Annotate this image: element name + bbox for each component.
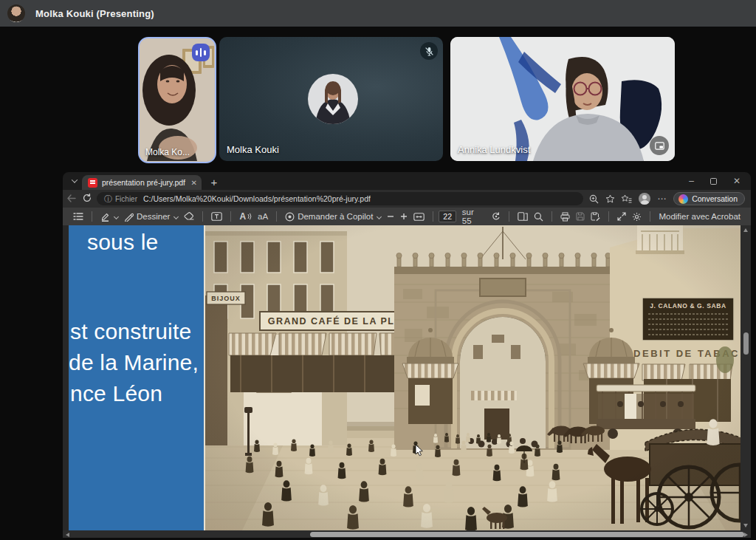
zoom-in-button[interactable] — [397, 213, 410, 220]
window-maximize-button[interactable] — [710, 178, 717, 185]
chevron-down-icon — [114, 213, 119, 219]
horizontal-scroll-thumb[interactable] — [310, 532, 744, 537]
zoom-icon[interactable] — [589, 194, 599, 204]
fullscreen-button[interactable] — [614, 212, 629, 221]
participant-name-label: Molka Ko... — [145, 147, 190, 157]
edit-with-acrobat-button[interactable]: Modifier avec Acrobat — [656, 212, 743, 221]
page-total-label: sur 55 — [462, 208, 484, 225]
toc-button[interactable] — [70, 212, 86, 221]
page-view-button[interactable] — [515, 212, 531, 221]
ask-copilot-button[interactable]: Demander à Copilot — [282, 212, 384, 222]
more-menu-button[interactable]: ⋯ — [657, 194, 667, 204]
webcam-video-annika — [450, 37, 675, 161]
meeting-stage: Molka Kouki (Presenting) Molka Ko... — [0, 0, 756, 540]
tab-bar: présentation pré-jury.pdf ✕ + – ✕ — [63, 172, 751, 190]
draw-button[interactable]: Dessiner — [121, 212, 181, 222]
copilot-label: Conversation — [692, 194, 738, 203]
vertical-scroll-thumb[interactable] — [743, 332, 749, 355]
save-as-button[interactable] — [588, 212, 603, 222]
active-tab[interactable]: présentation pré-jury.pdf ✕ — [82, 175, 202, 190]
vertical-scrollbar[interactable] — [740, 225, 751, 530]
horizontal-scrollbar[interactable] — [63, 530, 751, 538]
page-number-input[interactable]: 22 — [439, 211, 456, 222]
profile-avatar-button[interactable] — [639, 193, 650, 205]
chevron-down-icon — [173, 213, 179, 219]
copilot-conversation-button[interactable]: Conversation — [673, 192, 745, 205]
historical-photo: BIJOUX GRAND CAFÉ DE LA PLACE — [205, 225, 740, 530]
favorite-star-icon[interactable] — [605, 194, 615, 204]
new-tab-button[interactable]: + — [207, 176, 221, 188]
participant-avatar — [308, 74, 358, 124]
window-controls: – ✕ — [689, 172, 746, 190]
mic-muted-icon[interactable] — [420, 42, 438, 60]
edge-browser-window: présentation pré-jury.pdf ✕ + – ✕ ⓘ Fich… — [63, 172, 751, 538]
ask-copilot-label: Demander à Copilot — [298, 212, 373, 221]
tab-close-button[interactable]: ✕ — [191, 179, 197, 187]
translate-button[interactable]: aA — [255, 212, 271, 221]
video-tile-molka-avatar[interactable]: Molka Kouki — [219, 37, 443, 161]
participant-name-label: Annika Lundkvist — [458, 144, 530, 155]
read-aloud-button[interactable]: A — [236, 211, 255, 222]
mic-slash-glyph — [425, 47, 434, 56]
print-button[interactable] — [557, 212, 573, 222]
window-close-button[interactable]: ✕ — [733, 176, 740, 186]
meeting-title: Molka Kouki (Presenting) — [35, 8, 154, 19]
url-text: C:/Users/Molka%20Kouki/Downloads/présent… — [143, 194, 371, 203]
slide-text-line: nce Léon — [70, 381, 162, 406]
pip-glyph — [655, 142, 664, 150]
pdf-toolbar: Dessiner A aA Demander à Copilot — [63, 208, 751, 225]
pdf-viewer-canvas[interactable]: sous le st construite de la Marine, nce … — [63, 225, 751, 530]
refresh-button[interactable] — [79, 192, 95, 205]
address-bar-actions: ⋯ Conversation — [589, 192, 751, 205]
save-button[interactable] — [573, 212, 588, 221]
tab-search-button[interactable] — [67, 174, 82, 188]
slide-text-line: st construite — [70, 319, 191, 344]
url-field[interactable]: ⓘ Fichier C:/Users/Molka%20Kouki/Downloa… — [97, 192, 583, 205]
chevron-down-icon — [377, 213, 382, 219]
search-button[interactable] — [531, 212, 546, 222]
eraser-button[interactable] — [181, 212, 197, 221]
meeting-avatar — [7, 4, 25, 22]
slide-text-line: de la Marine, — [69, 350, 199, 375]
back-button[interactable] — [63, 192, 79, 205]
participant-name-label: Molka Kouki — [227, 144, 279, 155]
pdf-favicon — [88, 178, 97, 188]
slide-blue-panel: sous le st construite de la Marine, nce … — [69, 225, 204, 530]
slide-text-line: sous le — [87, 230, 158, 255]
add-text-button[interactable] — [208, 212, 225, 221]
zoom-out-button[interactable] — [384, 213, 397, 220]
scroll-up-arrow[interactable] — [743, 228, 748, 232]
picture-in-picture-button[interactable] — [650, 136, 669, 155]
audio-bars-icon — [196, 48, 205, 57]
site-info-icon[interactable]: ⓘ — [104, 194, 112, 205]
rotate-button[interactable] — [489, 212, 504, 221]
tab-title: présentation pré-jury.pdf — [102, 178, 187, 187]
fit-to-width-button[interactable] — [410, 213, 427, 221]
favorites-list-icon[interactable] — [622, 194, 632, 204]
copilot-icon — [678, 194, 688, 204]
meeting-title-bar: Molka Kouki (Presenting) — [0, 0, 756, 27]
highlighter-button[interactable] — [97, 212, 121, 222]
scroll-left-arrow[interactable] — [66, 533, 69, 537]
settings-gear-icon[interactable] — [629, 212, 645, 222]
scroll-right-arrow[interactable] — [744, 533, 748, 537]
draw-label: Dessiner — [137, 212, 170, 221]
audio-activity-indicator[interactable] — [192, 44, 210, 61]
video-tile-molka-camera[interactable]: Molka Ko... — [138, 37, 216, 163]
address-bar: ⓘ Fichier C:/Users/Molka%20Kouki/Downloa… — [63, 190, 751, 208]
window-minimize-button[interactable]: – — [689, 176, 694, 186]
file-scheme-label: Fichier — [115, 195, 137, 203]
video-tile-annika[interactable]: Annika Lundkvist — [450, 37, 675, 161]
scroll-down-arrow[interactable] — [743, 524, 748, 527]
chevron-down-icon — [72, 177, 78, 182]
